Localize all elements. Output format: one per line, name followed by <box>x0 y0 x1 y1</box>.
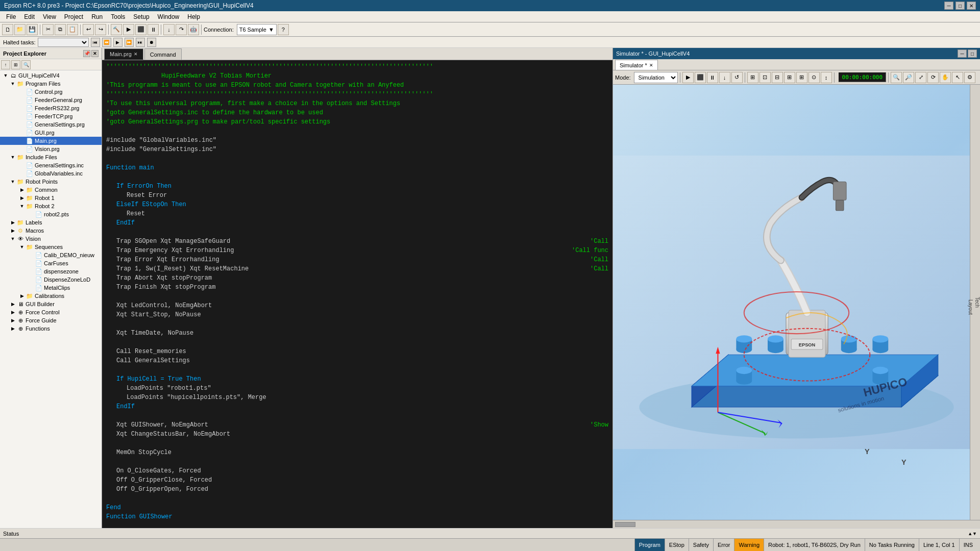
tree-main-prg[interactable]: 📄 Main.prg <box>0 137 102 145</box>
tree-dispensezone[interactable]: 📄 dispensezone <box>0 267 102 276</box>
tb-new[interactable]: 🗋 <box>2 24 13 35</box>
pe-close-button[interactable]: ✕ <box>91 50 99 57</box>
halted-tasks-select[interactable] <box>38 38 89 47</box>
sim-tb-view4[interactable]: ⊞ <box>784 72 795 83</box>
menu-view[interactable]: View <box>39 12 60 21</box>
tb-undo[interactable]: ↩ <box>83 24 94 35</box>
tree-gs-inc[interactable]: 📄 GeneralSettings.inc <box>0 161 102 169</box>
tree-gui-builder[interactable]: ▶ 🖥 GUI Builder <box>0 300 102 308</box>
tree-feedergeneral[interactable]: 📄 FeederGeneral.prg <box>0 96 102 104</box>
halted-btn4[interactable]: ⏩ <box>125 38 134 47</box>
tb-robot[interactable]: 🤖 <box>188 24 199 35</box>
tree-vision-prg[interactable]: 📄 Vision.prg <box>0 145 102 153</box>
sim-tb-zoom-in[interactable]: 🔍 <box>891 72 902 83</box>
sim-tb-reset[interactable]: ↺ <box>731 72 743 83</box>
tb-step-over[interactable]: ↷ <box>176 24 187 35</box>
tree-control-prg[interactable]: 📄 Control.prg <box>0 88 102 96</box>
tree-macros[interactable]: ▶ ⚙ Macros <box>0 227 102 235</box>
tree-root[interactable]: ▼ 🗂 GUI_HupiCellV4 <box>0 71 102 80</box>
tb-run[interactable]: ▶ <box>123 24 134 35</box>
tb-save[interactable]: 💾 <box>27 24 38 35</box>
pe-pin-button[interactable]: 📌 <box>83 50 90 57</box>
tree-carfuses[interactable]: 📄 CarFuses <box>0 259 102 267</box>
sim-tb-rotate[interactable]: ⟳ <box>927 72 939 83</box>
tb-redo[interactable]: ↪ <box>95 24 106 35</box>
tree-force-control[interactable]: ▶ ⊕ Force Control <box>0 308 102 316</box>
halted-btn1[interactable]: ⏮ <box>91 38 100 47</box>
close-button[interactable]: ✕ <box>967 2 976 10</box>
menu-tools[interactable]: Tools <box>107 12 129 21</box>
halted-btn3[interactable]: ▶ <box>113 38 122 47</box>
tree-metalclips[interactable]: 📄 MetalClips <box>0 284 102 292</box>
sim-scrollbar-bottom[interactable] <box>613 520 980 528</box>
halted-btn5[interactable]: ⏭ <box>136 38 145 47</box>
sim-scrollbar-thumb[interactable] <box>615 522 635 527</box>
status-expand-arrows[interactable]: ▲▼ <box>968 531 977 536</box>
menu-run[interactable]: Run <box>87 12 107 21</box>
tree-force-guide[interactable]: ▶ ⊕ Force Guide <box>0 316 102 324</box>
tree-robot2[interactable]: ▼ 📁 Robot 2 <box>0 202 102 210</box>
maximize-button[interactable]: □ <box>955 2 965 10</box>
sim-mode-select[interactable]: Simulation Real Robot <box>634 72 678 83</box>
menu-help[interactable]: Help <box>183 12 204 21</box>
code-content[interactable]: ''''''''''''''''''''''''''''''''''''''''… <box>102 60 612 528</box>
sim-tab-close-icon[interactable]: ✕ <box>649 63 653 68</box>
sim-maximize-button[interactable]: □ <box>968 49 977 58</box>
pe-tb-btn3[interactable]: 🔍 <box>21 60 31 69</box>
sim-tb-view6[interactable]: ⊙ <box>808 72 820 83</box>
sim-tb-zoom-fit[interactable]: ⤢ <box>915 72 926 83</box>
pe-tb-btn2[interactable]: ⊞ <box>11 60 20 69</box>
menu-setup[interactable]: Setup <box>129 12 153 21</box>
tree-robot1[interactable]: ▶ 📁 Robot 1 <box>0 194 102 202</box>
tab-command[interactable]: Command <box>144 48 182 60</box>
sim-tb-step[interactable]: ↓ <box>719 72 730 83</box>
tb-build[interactable]: 🔨 <box>111 24 122 35</box>
tree-dispensezoneload[interactable]: 📄 DispenseZoneLoD <box>0 276 102 284</box>
tb-paste[interactable]: 📋 <box>67 24 78 35</box>
sim-tb-zoom-out[interactable]: 🔎 <box>903 72 914 83</box>
sim-tb-view7[interactable]: ↕ <box>821 72 832 83</box>
tab-main-close-icon[interactable]: ✕ <box>134 52 138 57</box>
minimize-button[interactable]: ─ <box>944 2 953 10</box>
connection-dropdown[interactable]: T6 Sample ▼ <box>237 24 277 35</box>
tree-sequences[interactable]: ▼ 📁 Sequences <box>0 243 102 251</box>
tree-labels[interactable]: ▶ 📁 Labels <box>0 218 102 227</box>
sim-tb-stop[interactable]: ⬛ <box>695 72 706 83</box>
sim-tb-select[interactable]: ↖ <box>952 72 963 83</box>
sim-tb-view1[interactable]: ⊞ <box>747 72 758 83</box>
tree-program-files[interactable]: ▼ 📁 Program Files <box>0 80 102 88</box>
sim-tb-pause[interactable]: ⏸ <box>707 72 718 83</box>
menu-project[interactable]: Project <box>60 12 87 21</box>
menu-edit[interactable]: Edit <box>20 12 39 21</box>
tree-gv-inc[interactable]: 📄 GlobalVariables.inc <box>0 169 102 178</box>
tree-include-files[interactable]: ▼ 📁 Include Files <box>0 153 102 161</box>
sim-tb-view5[interactable]: ⊞ <box>796 72 807 83</box>
tree-calib[interactable]: 📄 Calib_DEMO_nieuw <box>0 251 102 259</box>
tree-generalsettings[interactable]: 📄 GeneralSettings.prg <box>0 120 102 129</box>
tb-step[interactable]: ↓ <box>163 24 175 35</box>
menu-file[interactable]: File <box>2 12 20 21</box>
tb-pause[interactable]: ⏸ <box>148 24 159 35</box>
sim-tb-view3[interactable]: ⊟ <box>772 72 783 83</box>
tree-feedertcp[interactable]: 📄 FeederTCP.prg <box>0 112 102 120</box>
tb-copy[interactable]: ⧉ <box>55 24 66 35</box>
tree-feederrs232[interactable]: 📄 FeederRS232.prg <box>0 104 102 112</box>
sim-tb-run[interactable]: ▶ <box>682 72 694 83</box>
halted-btn6[interactable]: ⏺ <box>147 38 156 47</box>
tree-robot-points[interactable]: ▼ 📁 Robot Points <box>0 178 102 186</box>
tb-help[interactable]: ? <box>278 24 289 35</box>
tree-functions[interactable]: ▶ ⊕ Functions <box>0 324 102 333</box>
tb-stop[interactable]: ⬛ <box>135 24 146 35</box>
sim-minimize-button[interactable]: ─ <box>958 49 967 58</box>
menu-window[interactable]: Window <box>154 12 184 21</box>
tree-common[interactable]: ▶ 📁 Common <box>0 186 102 194</box>
tree-calibrations[interactable]: ▶ 📁 Calibrations <box>0 292 102 300</box>
tab-main-prg[interactable]: Main.prg ✕ <box>104 48 143 60</box>
tree-gui-prg[interactable]: 📄 GUI.prg <box>0 129 102 137</box>
sim-tb-config[interactable]: ⚙ <box>964 72 975 83</box>
tb-cut[interactable]: ✂ <box>42 24 54 35</box>
halted-btn2[interactable]: ⏪ <box>102 38 111 47</box>
tree-robot2-pts[interactable]: 📄 robot2.pts <box>0 210 102 218</box>
sim-tb-pan[interactable]: ✋ <box>940 72 951 83</box>
pe-tb-btn1[interactable]: ↑ <box>1 60 10 69</box>
